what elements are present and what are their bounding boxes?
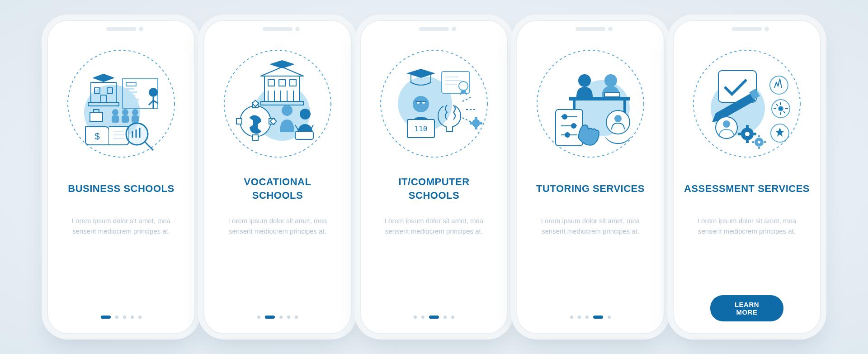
svg-rect-33 — [236, 119, 242, 124]
svg-point-60 — [578, 74, 591, 87]
svg-point-74 — [778, 106, 783, 111]
svg-rect-9 — [126, 82, 136, 86]
dot[interactable] — [115, 316, 118, 319]
screen-description: Lorem ipsum dolor sit amet, mea senserit… — [219, 215, 336, 237]
phone-it-computer-schools: 110 IT/COMPUTER SCHOOLS Lorem ipsum dolo… — [361, 21, 507, 333]
learn-more-button[interactable]: LEARN MORE — [710, 295, 783, 321]
page-indicator — [414, 316, 454, 319]
page-indicator — [101, 316, 142, 319]
svg-rect-14 — [112, 115, 119, 123]
svg-point-20 — [126, 123, 148, 145]
svg-rect-57 — [569, 97, 630, 100]
svg-text:$: $ — [94, 131, 99, 141]
dot[interactable] — [123, 316, 126, 319]
svg-marker-7 — [94, 74, 113, 81]
phone-business-schools: $ BUSINESS SCHOOLS Lorem ipsum dolor sit… — [48, 21, 194, 333]
svg-point-50 — [472, 120, 480, 127]
svg-rect-53 — [470, 122, 472, 124]
dot[interactable] — [414, 316, 417, 319]
svg-point-85 — [758, 141, 760, 144]
dot-active[interactable] — [429, 316, 439, 319]
tutoring-services-illustration — [534, 47, 647, 160]
svg-rect-88 — [752, 141, 754, 143]
dot[interactable] — [451, 316, 454, 319]
dot[interactable] — [287, 316, 290, 319]
page-indicator — [570, 316, 611, 319]
screen-description: Lorem ipsum dolor sit amet, mea senserit… — [375, 215, 493, 237]
svg-rect-52 — [475, 127, 477, 129]
phone-notch — [576, 27, 605, 31]
screen-description: Lorem ipsum dolor sit amet, mea senserit… — [532, 215, 649, 237]
dot[interactable] — [570, 316, 573, 319]
phone-notch — [732, 27, 762, 31]
dot-active[interactable] — [593, 316, 603, 319]
dot[interactable] — [585, 316, 589, 319]
svg-text:110: 110 — [415, 124, 428, 133]
svg-rect-39 — [295, 131, 313, 139]
svg-point-13 — [112, 109, 118, 115]
phone-notch — [106, 27, 136, 31]
svg-point-44 — [459, 81, 468, 91]
phone-vocational-schools: VOCATIONAL SCHOOLS Lorem ipsum dolor sit… — [204, 21, 351, 333]
svg-rect-32 — [253, 135, 258, 140]
svg-point-15 — [122, 109, 128, 115]
dot-active[interactable] — [101, 316, 111, 319]
business-schools-illustration: $ — [65, 47, 178, 160]
svg-point-66 — [565, 133, 570, 137]
screen-title: VOCATIONAL SCHOOLS — [244, 173, 311, 205]
svg-rect-86 — [758, 135, 760, 137]
it-computer-schools-illustration: 110 — [377, 47, 491, 160]
assessment-services-illustration — [690, 47, 803, 160]
svg-rect-11 — [90, 112, 103, 121]
screen-title: ASSESSMENT SERVICES — [684, 173, 810, 205]
svg-point-68 — [614, 115, 622, 122]
screen-title: BUSINESS SCHOOLS — [68, 173, 174, 205]
svg-point-17 — [132, 109, 138, 115]
page-indicator — [257, 316, 298, 319]
svg-point-38 — [300, 109, 311, 120]
svg-rect-54 — [480, 122, 482, 124]
phone-tutoring-services: TUTORING SERVICES Lorem ipsum dolor sit … — [517, 21, 664, 333]
svg-marker-25 — [271, 61, 293, 68]
screen-title: IT/COMPUTER SCHOOLS — [398, 173, 469, 205]
svg-point-77 — [723, 120, 730, 128]
svg-point-79 — [745, 132, 750, 136]
dot[interactable] — [443, 316, 447, 319]
phone-notch — [263, 27, 292, 31]
svg-rect-82 — [738, 133, 741, 135]
dot[interactable] — [257, 316, 260, 319]
svg-marker-24 — [261, 67, 303, 76]
svg-point-45 — [413, 96, 429, 112]
phone-assessment-services: ASSESSMENT SERVICES Lorem ipsum dolor si… — [674, 21, 820, 333]
screen-description: Lorem ipsum dolor sit amet, mea senserit… — [688, 215, 806, 237]
dot-active[interactable] — [265, 316, 275, 319]
svg-rect-51 — [475, 117, 477, 119]
svg-rect-89 — [764, 141, 766, 143]
svg-rect-16 — [122, 115, 129, 123]
svg-rect-62 — [604, 92, 620, 97]
vocational-schools-illustration — [221, 47, 334, 160]
svg-point-10 — [149, 88, 158, 97]
screen-title: TUTORING SERVICES — [536, 173, 645, 205]
svg-point-61 — [604, 74, 617, 87]
svg-point-65 — [571, 124, 576, 128]
dot[interactable] — [578, 316, 581, 319]
svg-rect-80 — [746, 125, 749, 128]
phones-row: $ BUSINESS SCHOOLS Lorem ipsum dolor sit… — [48, 21, 820, 333]
dot[interactable] — [279, 316, 283, 319]
svg-rect-81 — [746, 140, 749, 143]
dot[interactable] — [608, 316, 611, 319]
svg-rect-87 — [758, 147, 760, 149]
svg-rect-83 — [754, 133, 756, 135]
svg-point-72 — [770, 76, 788, 94]
svg-point-64 — [562, 115, 567, 119]
dot[interactable] — [131, 316, 134, 319]
screen-description: Lorem ipsum dolor sit amet, mea senserit… — [62, 215, 180, 237]
dot[interactable] — [138, 316, 142, 319]
dot[interactable] — [295, 316, 298, 319]
dot[interactable] — [421, 316, 425, 319]
svg-rect-18 — [132, 115, 139, 123]
svg-rect-63 — [556, 110, 583, 146]
phone-notch — [419, 27, 449, 31]
svg-point-37 — [282, 105, 292, 116]
